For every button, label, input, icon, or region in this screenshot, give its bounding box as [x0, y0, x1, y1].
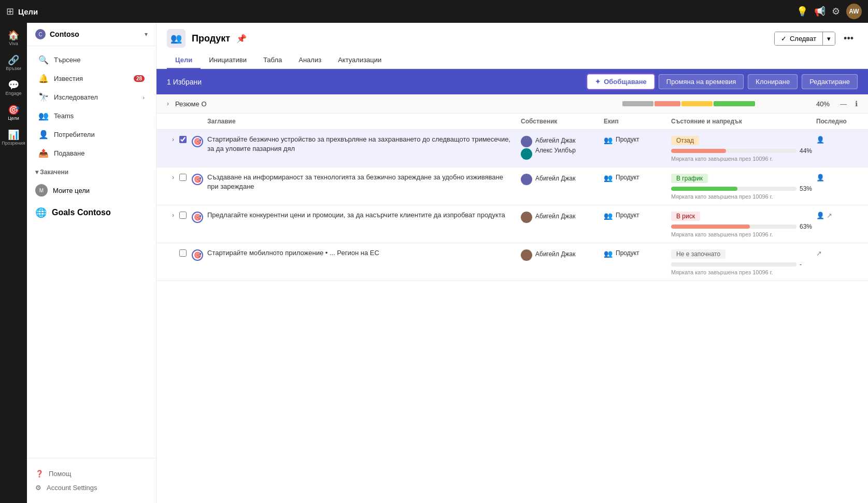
- status-badge-4: Не е започнато: [671, 249, 725, 259]
- clone-button[interactable]: Клониране: [748, 74, 798, 89]
- goal-expand-4[interactable]: [167, 248, 179, 249]
- more-options-button[interactable]: •••: [839, 31, 858, 46]
- rail-item-goals[interactable]: 🎯 Цели: [2, 102, 25, 124]
- rail-item-viva[interactable]: 🏠 Viva: [2, 27, 25, 50]
- rail-item-insights[interactable]: 📊 Прозрения: [2, 127, 25, 149]
- engage-icon: 💬: [8, 80, 19, 90]
- goal-name-3: Предлагайте конкурентни цени и промоции,…: [207, 211, 521, 220]
- sidebar-submit-label: Подаване: [54, 149, 145, 157]
- tab-updates[interactable]: Актуализации: [330, 52, 390, 69]
- sidebar-item-submit[interactable]: 📤 Подаване: [30, 144, 153, 162]
- summary-name: Резюме О: [175, 100, 616, 108]
- teams-icon: 👥: [38, 111, 49, 121]
- goal-check-3[interactable]: [179, 211, 192, 219]
- pin-icon[interactable]: 📌: [236, 34, 247, 44]
- goal-expand-btn-2[interactable]: ›: [172, 174, 174, 181]
- my-goals-item[interactable]: M Моите цели: [27, 180, 156, 201]
- progress-bg-1: [671, 149, 796, 153]
- owner-names-4: Абигейл Джак: [535, 249, 575, 259]
- summary-bar-2: [654, 101, 680, 106]
- owner-names-3: Абигейл Джак: [535, 212, 575, 221]
- follow-dropdown-button[interactable]: ▾: [822, 32, 835, 45]
- redirect-icon-4[interactable]: ↗: [816, 249, 822, 257]
- redirect-icon-3[interactable]: ↗: [827, 212, 832, 219]
- goal-target-icon-1: 🎯: [192, 136, 203, 147]
- progress-bar-1: 44%: [671, 147, 816, 155]
- summarize-icon: ✦: [595, 78, 601, 86]
- help-icon: ❓: [35, 470, 44, 478]
- goal-check-1[interactable]: [179, 135, 192, 143]
- sidebar-account-settings[interactable]: ⚙ Account Settings: [35, 481, 148, 495]
- goal-name-text-4: Стартирайте мобилното приложение • ... Р…: [207, 248, 515, 258]
- team-name-3: Продукт: [616, 212, 639, 219]
- account-settings-label: Account Settings: [47, 484, 97, 492]
- edit-button[interactable]: Редактиране: [802, 74, 858, 89]
- grid-icon[interactable]: ⊞: [6, 6, 14, 17]
- light-icon[interactable]: 💡: [796, 6, 808, 17]
- col-team-header: Екип: [604, 118, 671, 125]
- goal-check-2[interactable]: [179, 173, 192, 181]
- goal-check-4[interactable]: [179, 248, 192, 257]
- team-name-2: Продукт: [616, 174, 639, 181]
- goal-expand-btn-1[interactable]: ›: [172, 136, 174, 143]
- check-icon: ✓: [781, 35, 787, 43]
- info-icon[interactable]: ℹ: [855, 100, 858, 108]
- summarize-button[interactable]: ✦ Обобщаване: [587, 74, 654, 89]
- sidebar-item-teams[interactable]: 👥 Teams: [30, 107, 153, 125]
- progress-bar-2: 53%: [671, 185, 816, 192]
- insights-icon: 📊: [8, 130, 19, 139]
- table-area: › Резюме О 40% — ℹ: [156, 94, 868, 503]
- goal-expand-2[interactable]: ›: [167, 173, 179, 181]
- progress-fill-3: [671, 225, 750, 229]
- goal-expand-1[interactable]: ›: [167, 135, 179, 143]
- goal-checkbox-4[interactable]: [179, 249, 187, 257]
- tab-initiatives[interactable]: Инициативи: [201, 52, 255, 69]
- goal-expand-3[interactable]: ›: [167, 211, 179, 219]
- user-avatar[interactable]: AW: [846, 4, 862, 19]
- goal-name-text-1: Стартирайте безжично устройство за прехв…: [207, 135, 515, 153]
- follow-button-main[interactable]: ✓ Следват: [775, 32, 822, 45]
- summary-expand-button[interactable]: ›: [167, 100, 169, 107]
- tab-goals[interactable]: Цели: [167, 52, 201, 69]
- person-icon-2[interactable]: 👤: [816, 174, 824, 181]
- megaphone-icon[interactable]: 📢: [814, 6, 826, 17]
- goal-status-3: В риск 63% Мярката като завършена през 1…: [671, 211, 816, 237]
- sidebar-notifications-label: Известия: [54, 75, 129, 82]
- org-logo: C: [35, 29, 46, 39]
- goal-checkbox-1[interactable]: [179, 136, 187, 143]
- follow-button[interactable]: ✓ Следват ▾: [774, 32, 835, 46]
- settings-icon[interactable]: ⚙: [832, 6, 840, 17]
- goal-checkbox-2[interactable]: [179, 174, 187, 181]
- goal-checkbox-3[interactable]: [179, 212, 187, 219]
- rail-item-engage[interactable]: 💬 Engage: [2, 77, 25, 100]
- goal-name-1: Стартирайте безжично устройство за прехв…: [207, 135, 521, 153]
- help-label: Помощ: [49, 470, 71, 478]
- rail-item-connections[interactable]: 🔗 Връзки: [2, 52, 25, 75]
- sidebar-help[interactable]: ❓ Помощ: [35, 467, 148, 481]
- change-timeline-button[interactable]: Промяна на времевия: [659, 74, 744, 89]
- tab-analytics[interactable]: Анализ: [290, 52, 330, 69]
- owner-avatars-3: [521, 212, 532, 223]
- sidebar-item-notifications[interactable]: 🔔 Известия 28: [30, 69, 153, 88]
- sidebar-item-users[interactable]: 👤 Потребители: [30, 125, 153, 144]
- person-icon-3[interactable]: 👤: [816, 212, 824, 219]
- goal-target-icon-3: 🎯: [192, 212, 203, 223]
- goal-expand-btn-3[interactable]: ›: [172, 212, 174, 219]
- owner-avatars-2: [521, 174, 532, 185]
- goal-name-4: Стартирайте мобилното приложение • ... Р…: [207, 248, 521, 258]
- sidebar-item-explorer[interactable]: 🔭 Изследовател ›: [30, 88, 153, 106]
- sidebar-bottom: ❓ Помощ ⚙ Account Settings: [27, 458, 156, 503]
- goals-contoso-item[interactable]: 🌐 Goals Contoso: [27, 201, 156, 225]
- org-chevron-icon[interactable]: ▾: [145, 31, 148, 38]
- top-bar: ⊞ Цели 💡 📢 ⚙ AW: [0, 0, 868, 23]
- goal-owner-2: Абигейл Джак: [521, 173, 604, 185]
- person-icon-1[interactable]: 👤: [816, 136, 824, 144]
- summary-row: › Резюме О 40% — ℹ: [156, 94, 868, 114]
- goal-name-2: Създаване на информираност за технология…: [207, 173, 521, 191]
- connections-icon: 🔗: [8, 55, 19, 65]
- notifications-badge: 28: [134, 75, 145, 82]
- goal-name-text-3: Предлагайте конкурентни цени и промоции,…: [207, 211, 515, 220]
- owner-names-1: Абигейл Джак Алекс Уилбър: [535, 136, 576, 156]
- tab-board[interactable]: Табла: [255, 52, 290, 69]
- sidebar-item-search[interactable]: 🔍 Търсене: [30, 51, 153, 69]
